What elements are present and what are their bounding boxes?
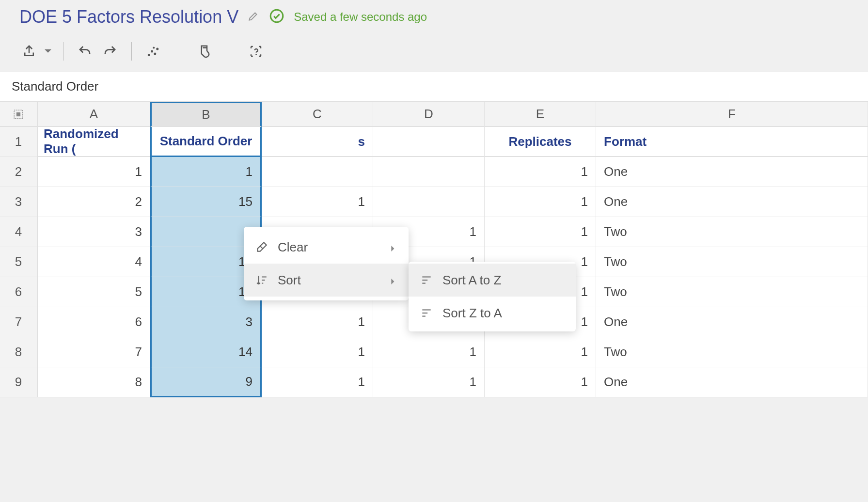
cell[interactable]: One: [596, 367, 868, 397]
svg-rect-8: [17, 112, 20, 116]
chevron-down-icon[interactable]: [42, 48, 54, 55]
scatter-icon[interactable]: [141, 40, 166, 63]
select-all-corner[interactable]: [0, 102, 38, 127]
saved-status: Saved a few seconds ago: [294, 10, 427, 24]
field-B[interactable]: Standard Order: [150, 127, 262, 157]
field-D[interactable]: [373, 127, 485, 157]
cell[interactable]: 6: [38, 307, 150, 337]
share-icon[interactable]: [16, 40, 42, 63]
menu-clear[interactable]: Clear: [244, 231, 409, 264]
table-row: 9 8 9 1 1 1 One: [0, 367, 868, 397]
separator: [131, 42, 132, 61]
svg-point-6: [255, 54, 257, 55]
check-circle-icon: [268, 8, 285, 26]
svg-point-2: [151, 50, 153, 53]
cell[interactable]: 1: [373, 337, 485, 367]
cell[interactable]: 1: [485, 217, 596, 247]
cell[interactable]: 1: [485, 157, 596, 187]
cell[interactable]: 1: [150, 157, 262, 187]
row-head[interactable]: 9: [0, 367, 38, 397]
menu-label: Sort Z to A: [442, 306, 502, 321]
cell[interactable]: 14: [150, 337, 262, 367]
redo-icon[interactable]: [97, 40, 123, 63]
menu-label: Clear: [278, 240, 308, 255]
cell[interactable]: 1: [262, 367, 373, 397]
spreadsheet: A B C D E F 1 Randomized Run ( Standard …: [0, 102, 868, 397]
toolbar: [0, 34, 868, 72]
cell[interactable]: Two: [596, 337, 868, 367]
cell[interactable]: [373, 187, 485, 217]
separator: [63, 42, 63, 61]
cell[interactable]: 4: [38, 247, 150, 277]
col-head-A[interactable]: A: [38, 102, 150, 127]
svg-point-5: [153, 47, 155, 49]
cell[interactable]: [262, 157, 373, 187]
row-head[interactable]: 6: [0, 277, 38, 307]
table-row: 8 7 14 1 1 1 Two: [0, 337, 868, 367]
title-bar: DOE 5 Factors Resolution V Saved a few s…: [0, 0, 868, 34]
col-head-E[interactable]: E: [485, 102, 596, 127]
row-head[interactable]: 8: [0, 337, 38, 367]
context-menu: Clear Sort: [244, 227, 409, 300]
col-head-F[interactable]: F: [596, 102, 868, 127]
row-head[interactable]: 5: [0, 247, 38, 277]
cell[interactable]: Two: [596, 247, 868, 277]
row-head[interactable]: 1: [0, 127, 38, 157]
cell[interactable]: One: [596, 307, 868, 337]
name-box[interactable]: Standard Order: [0, 72, 868, 102]
menu-sort-az[interactable]: Sort A to Z: [409, 264, 576, 297]
menu-sort[interactable]: Sort: [244, 264, 409, 297]
sort-submenu: Sort A to Z Sort Z to A: [409, 262, 576, 331]
cell[interactable]: 3: [38, 217, 150, 247]
row-head[interactable]: 3: [0, 187, 38, 217]
row-head[interactable]: 4: [0, 217, 38, 247]
field-header-row: 1 Randomized Run ( Standard Order s Repl…: [0, 127, 868, 157]
cell[interactable]: Two: [596, 217, 868, 247]
sock-icon[interactable]: [192, 40, 217, 63]
sort-icon: [254, 274, 269, 286]
cell[interactable]: 7: [38, 337, 150, 367]
cell[interactable]: One: [596, 187, 868, 217]
cell[interactable]: 1: [485, 187, 596, 217]
field-F[interactable]: Format: [596, 127, 868, 157]
col-head-C[interactable]: C: [262, 102, 373, 127]
cell[interactable]: 3: [150, 307, 262, 337]
row-head[interactable]: 2: [0, 157, 38, 187]
cell[interactable]: 1: [262, 337, 373, 367]
col-head-B[interactable]: B: [150, 102, 262, 127]
cell[interactable]: 15: [150, 187, 262, 217]
cell[interactable]: Two: [596, 277, 868, 307]
cell[interactable]: 1: [485, 367, 596, 397]
table-row: 2 1 1 1 One: [0, 157, 868, 187]
cell[interactable]: 1: [373, 367, 485, 397]
column-header-row: A B C D E F: [0, 102, 868, 127]
cell[interactable]: 1: [38, 157, 150, 187]
cell[interactable]: 5: [38, 277, 150, 307]
cell[interactable]: 1: [262, 187, 373, 217]
cell[interactable]: 8: [38, 367, 150, 397]
menu-sort-za[interactable]: Sort Z to A: [409, 297, 576, 329]
table-row: 4 3 8 1 1 1 Two: [0, 217, 868, 247]
row-head[interactable]: 7: [0, 307, 38, 337]
cell[interactable]: 1: [485, 337, 596, 367]
cell[interactable]: 2: [38, 187, 150, 217]
chevron-right-icon: [390, 240, 398, 255]
svg-point-4: [156, 48, 158, 50]
cell[interactable]: [373, 157, 485, 187]
cell[interactable]: 1: [262, 307, 373, 337]
undo-icon[interactable]: [72, 40, 97, 63]
cell[interactable]: 9: [150, 367, 262, 397]
field-E[interactable]: Replicates: [485, 127, 596, 157]
cell[interactable]: One: [596, 157, 868, 187]
field-C[interactable]: s: [262, 127, 373, 157]
question-box-icon[interactable]: [243, 40, 268, 63]
field-A[interactable]: Randomized Run (: [38, 127, 150, 157]
sort-desc-icon: [419, 307, 434, 319]
pencil-icon[interactable]: [247, 10, 260, 24]
eraser-icon: [254, 241, 269, 253]
table-row: 3 2 15 1 1 One: [0, 187, 868, 217]
menu-label: Sort A to Z: [442, 273, 501, 288]
col-head-D[interactable]: D: [373, 102, 485, 127]
svg-point-1: [148, 54, 150, 56]
chevron-right-icon: [390, 273, 398, 288]
